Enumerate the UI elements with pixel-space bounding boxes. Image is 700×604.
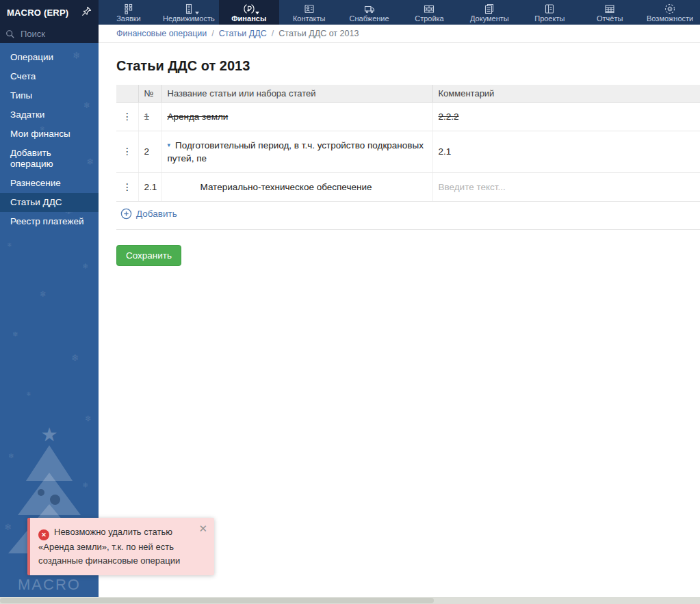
article-comment[interactable]: 2.1 — [439, 146, 452, 157]
comment-input-placeholder[interactable]: Введите текст... — [439, 182, 506, 192]
chevron-down-icon — [195, 12, 199, 14]
save-button[interactable]: Сохранить — [116, 245, 181, 266]
tab-stroyka[interactable]: Стройка — [400, 0, 460, 25]
main-tabs: Заявки Недвижимость Финансы Контакты Сна… — [99, 0, 700, 25]
add-article-label: Добавить — [136, 209, 177, 219]
toast-message: Невозможно удалить статью «Аренда земли»… — [38, 527, 180, 566]
table-row: ⋮ 2 ▾Подготовительный период, в т.ч. уст… — [116, 131, 700, 172]
snowflake-icon: ❄ — [7, 241, 12, 248]
row-number: 1 — [144, 111, 150, 122]
plus-circle-icon — [120, 208, 132, 220]
horizontal-scrollbar[interactable] — [0, 597, 700, 604]
close-icon[interactable]: ✕ — [198, 523, 207, 534]
snowflake-icon: ❄ — [82, 262, 88, 271]
tab-kontakty[interactable]: Контакты — [279, 0, 339, 25]
snowflake-icon: ❄ — [26, 391, 31, 397]
search-input[interactable] — [19, 28, 93, 40]
page-title: Статьи ДДС от 2013 — [116, 58, 700, 74]
macro-watermark: MACRO — [0, 576, 99, 594]
tab-label: Финансы — [231, 14, 266, 23]
tab-label: Стройка — [415, 14, 444, 23]
breadcrumb-link-stati-dds[interactable]: Статьи ДДС — [219, 29, 267, 38]
article-name[interactable]: Подготовительный период, в т.ч. устройст… — [168, 140, 424, 163]
pin-icon[interactable] — [81, 6, 92, 19]
tab-label: Проекты — [534, 14, 565, 23]
grid-icon — [123, 3, 134, 14]
error-toast: ✕Невозможно удалить статью «Аренда земли… — [27, 518, 214, 575]
report-table-icon — [604, 3, 615, 14]
snowflake-icon: ❄ — [4, 522, 12, 532]
sidebar-menu: Операции Счета Типы Задатки Мои финансы … — [0, 43, 99, 231]
tab-proekty[interactable]: Проекты — [519, 0, 580, 25]
tab-snabzhenie[interactable]: Снабжение — [339, 0, 400, 25]
tab-finansy[interactable]: Финансы — [219, 0, 279, 25]
tab-label: Отчёты — [597, 14, 623, 23]
row-number: 2.1 — [138, 172, 161, 201]
table-row: ⋮ 1 Аренда земли 2.2.2 — [116, 102, 700, 131]
breadcrumb-separator: / — [211, 29, 213, 38]
kebab-menu-icon[interactable]: ⋮ — [116, 131, 138, 172]
breadcrumb: Финансовые операции / Статьи ДДС / Стать… — [99, 25, 700, 43]
tab-nedvizhimost[interactable]: Недвижимость — [159, 0, 219, 25]
add-article-button[interactable]: Добавить — [120, 208, 177, 220]
truck-icon — [364, 3, 375, 14]
snowflake-icon: ❄ — [85, 414, 92, 423]
snowflake-icon: ❄ — [8, 452, 14, 460]
breadcrumb-link-finoperacii[interactable]: Финансовые операции — [116, 29, 207, 38]
sidebar-item-raznesenie[interactable]: Разнесение — [0, 174, 99, 193]
snowflake-icon: ❄ — [71, 352, 79, 363]
sidebar-item-operacii[interactable]: Операции — [0, 48, 99, 67]
tab-vozmozhnosti[interactable]: Возможности — [640, 0, 700, 25]
top-navigation-bar: MACRO (ERP) Заявки Недвижимость Финансы … — [0, 0, 700, 25]
sidebar: Операции Счета Типы Задатки Мои финансы … — [0, 43, 99, 597]
collapse-caret-icon[interactable]: ▾ — [168, 142, 171, 148]
snowflake-icon: ❄ — [40, 289, 47, 299]
snowflake-icon: ❄ — [12, 330, 18, 338]
dds-articles-table: № Название статьи или набора статей Комм… — [116, 85, 700, 202]
tab-label: Возможности — [647, 14, 693, 23]
bricks-icon — [424, 3, 435, 14]
sidebar-item-stati-dds[interactable]: Статьи ДДС — [0, 193, 99, 212]
snowflake-icon: ❄ — [82, 481, 88, 490]
search-icon — [5, 29, 15, 39]
kebab-menu-icon[interactable]: ⋮ — [116, 172, 138, 201]
breadcrumb-current: Статьи ДДС от 2013 — [278, 29, 359, 38]
table-header-row: № Название статьи или набора статей Комм… — [116, 85, 700, 102]
tab-otchety[interactable]: Отчёты — [580, 0, 640, 25]
article-name[interactable]: Аренда земли — [168, 111, 229, 122]
tab-dokumenty[interactable]: Документы — [459, 0, 519, 25]
header-name: Название статьи или набора статей — [161, 85, 432, 102]
header-num: № — [138, 85, 161, 102]
tab-label: Недвижимость — [163, 14, 215, 23]
sub-bar: Финансовые операции / Статьи ДДС / Стать… — [0, 25, 700, 43]
sidebar-search — [0, 25, 99, 43]
chevron-down-icon — [255, 12, 259, 14]
article-name[interactable]: Материально-техническое обеспечение — [200, 182, 372, 192]
sidebar-item-zadatki[interactable]: Задатки — [0, 105, 99, 124]
breadcrumb-separator: / — [272, 29, 274, 38]
header-actions — [116, 85, 138, 102]
contact-card-icon — [304, 3, 315, 14]
tab-label: Контакты — [293, 14, 326, 23]
header-comment: Комментарий — [432, 85, 700, 102]
article-comment[interactable]: 2.2.2 — [439, 111, 459, 122]
kebab-menu-icon[interactable]: ⋮ — [116, 102, 138, 131]
sidebar-item-moi-finansy[interactable]: Мои финансы — [0, 124, 99, 144]
sidebar-item-scheta[interactable]: Счета — [0, 67, 99, 86]
tab-label: Заявки — [116, 14, 141, 23]
app-title: MACRO (ERP) — [7, 8, 68, 18]
ruble-icon — [244, 3, 255, 14]
error-icon: ✕ — [38, 529, 49, 540]
table-row: ⋮ 2.1 Материально-техническое обеспечени… — [116, 172, 700, 201]
add-row: Добавить — [116, 202, 700, 230]
sidebar-item-reestr-platezhey[interactable]: Реестр платежей — [0, 212, 99, 231]
app-logo-block: MACRO (ERP) — [0, 0, 99, 25]
row-number: 2 — [138, 131, 161, 172]
projects-icon — [544, 3, 555, 14]
sidebar-item-tipy[interactable]: Типы — [0, 86, 99, 105]
tab-zayavki[interactable]: Заявки — [99, 0, 159, 25]
sidebar-item-dobavit-operaciyu[interactable]: Добавить операцию — [0, 144, 99, 174]
scrollbar-thumb[interactable] — [0, 598, 434, 603]
documents-icon — [484, 3, 495, 14]
tab-label: Снабжение — [350, 14, 389, 23]
